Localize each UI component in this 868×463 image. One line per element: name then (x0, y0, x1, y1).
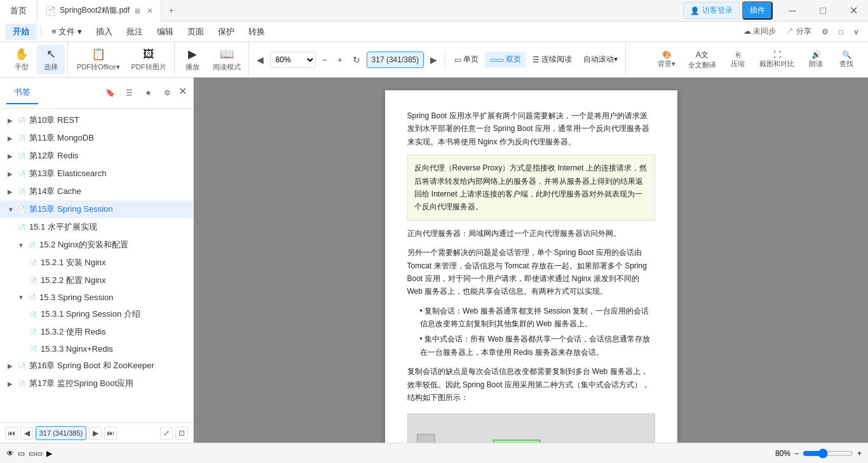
expand-icon: ▼ (8, 206, 15, 213)
menu-convert[interactable]: 转换 (242, 24, 271, 40)
next-page-button[interactable]: ▶ (426, 53, 441, 66)
convert-group: 📋 PDF转Office▾ 🖼 PDF转图片 (69, 42, 175, 77)
page-input-sm[interactable] (36, 426, 86, 440)
zoom-minus-button[interactable]: − (318, 53, 331, 66)
toc-item-ch15-2[interactable]: ▼ 📄 15.2 Nginx的安装和配置 (0, 236, 193, 254)
rotate-button[interactable]: ↻ (349, 53, 364, 66)
zoom-plus-button[interactable]: + (334, 53, 346, 66)
zoom-plus-status[interactable]: + (857, 449, 862, 458)
toc-item-ch16[interactable]: ▶ 📄 第16章 Spring Boot 和 ZooKeeper (0, 357, 193, 375)
menu-edit[interactable]: 编辑 (151, 24, 180, 40)
layout-icon[interactable]: □ (835, 25, 847, 39)
zoom-select[interactable]: 80% 100% 150% (271, 53, 315, 66)
first-page-button[interactable]: ⏮ (5, 427, 18, 439)
bookmark-list-icon[interactable]: ☰ (121, 85, 137, 100)
more-icon[interactable]: ∨ (850, 25, 863, 39)
prev-page-button[interactable]: ◀ (253, 53, 268, 66)
toc-item-ch11[interactable]: ▶ 📄 第11章 MongoDB (0, 129, 193, 147)
double-page-icon: ▭▭ (490, 55, 504, 64)
fit-width-button[interactable]: ⤢ (160, 427, 173, 439)
menu-annotate[interactable]: 批注 (120, 24, 149, 40)
tts-icon: 🔊 (811, 50, 821, 59)
bookmark-add-icon[interactable]: 🔖 (102, 85, 118, 100)
toc-item-ch13[interactable]: ▶ 📄 第13章 Elasticsearch (0, 165, 193, 183)
zoom-slider[interactable] (803, 448, 853, 459)
toc-item-ch15-2-2[interactable]: 📄 15.2.2 配置 Nginx (0, 272, 193, 289)
pdf-tab[interactable]: 📄 SpringBoot2精髓.pdf 🖥 ✕ (37, 0, 161, 22)
toc-item-ch17[interactable]: ▶ 📄 第17章 监控Spring Boot应用 (0, 375, 193, 392)
toc-item-ch15-3-3[interactable]: 📄 15.3.3 Nginx+Redis (0, 341, 193, 357)
next-page-sm-button[interactable]: ▶ (89, 427, 102, 439)
minimize-button[interactable]: ─ (778, 0, 807, 22)
start-button[interactable]: 开始 (5, 24, 37, 40)
title-bar-actions: 👤 访客登录 插件 (683, 1, 778, 20)
settings-icon[interactable]: ⚙ (818, 25, 832, 39)
toc-item-ch12[interactable]: ▶ 📄 第12章 Redis (0, 147, 193, 165)
page-icon: 📄 (18, 170, 27, 177)
menu-insert[interactable]: 插入 (90, 24, 119, 40)
zoom-minus-status[interactable]: − (794, 449, 799, 458)
toc-item-ch15-1[interactable]: 📄 15.1 水平扩展实现 (0, 218, 193, 236)
auto-scroll-button[interactable]: 自动滚动▾ (578, 52, 623, 67)
page-icon: 📄 (18, 117, 27, 124)
prev-page-sm-button[interactable]: ◀ (20, 427, 33, 439)
pdf-to-img-button[interactable]: 🖼 PDF转图片 (126, 45, 172, 74)
play-icon-status: ▶ (46, 449, 52, 458)
dual-view-icon: ▭▭ (29, 449, 43, 458)
search-button[interactable]: 🔍 查找 (832, 45, 860, 74)
menu-page[interactable]: 页面 (181, 24, 210, 40)
compress-icon: ⎗ (736, 50, 740, 59)
page-icon: 📄 (18, 188, 27, 195)
toc-item-ch10[interactable]: ▶ 📄 第10章 REST (0, 111, 193, 129)
menu-file[interactable]: ≡ 文件 ▾ (45, 24, 88, 40)
hand-tool-button[interactable]: ✋ 手型 (8, 45, 36, 74)
toc-item-ch14[interactable]: ▶ 📄 第14章 Cache (0, 183, 193, 200)
play-button[interactable]: ▶ 播放 (179, 45, 207, 74)
last-page-button[interactable]: ⏭ (104, 427, 117, 439)
page-icon: 📄 (28, 294, 37, 301)
visitor-icon: 👤 (690, 6, 700, 15)
plugin-button[interactable]: 插件 (742, 1, 773, 20)
cloud-sync-icon[interactable]: ☁ 未同步 (740, 24, 780, 39)
pdf-icon: 📄 (45, 6, 56, 16)
toc-item-ch15-2-1[interactable]: 📄 15.2.1 安装 Nginx (0, 254, 193, 272)
bookmarks-tab[interactable]: 书签 (6, 81, 38, 104)
double-page-button[interactable]: ▭▭ 双页 (485, 52, 526, 67)
toc-item-ch15-3[interactable]: ▼ 📄 15.3 Spring Session (0, 289, 193, 305)
page-number-input[interactable] (367, 52, 424, 68)
screenshot-compare-button[interactable]: ⛶ 截图和对比 (754, 45, 799, 74)
share-icon[interactable]: ↗ 分享 (782, 24, 815, 39)
expand-icon: ▶ (8, 135, 15, 142)
pdf-page-left: Spring Boot 应用水平扩展有两个问题需要解决，一个是将用户的请求派发到… (385, 90, 677, 443)
full-translate-button[interactable]: A文 全文翻译 (683, 45, 721, 74)
close-button[interactable]: ✕ (839, 0, 868, 22)
compress-button[interactable]: ⎗ 压缩 (724, 45, 752, 74)
sidebar-close-button[interactable]: ✕ (179, 85, 187, 100)
page-icon: 📄 (18, 363, 27, 370)
bookmark-settings-icon[interactable]: ⚙ (159, 85, 175, 100)
single-page-button[interactable]: ▭ 单页 (449, 52, 484, 67)
bookmark-star-icon[interactable]: ★ (140, 85, 156, 100)
fit-page-button[interactable]: ⊡ (175, 427, 188, 439)
expand-icon: ▼ (18, 294, 25, 301)
home-tab[interactable]: 首页 (0, 0, 37, 22)
pdf-to-office-button[interactable]: 📋 PDF转Office▾ (72, 45, 125, 74)
background-button[interactable]: 🎨 背景▾ (653, 45, 681, 74)
background-icon: 🎨 (662, 50, 672, 59)
continuous-read-button[interactable]: ☰ 连续阅读 (527, 52, 577, 67)
read-mode-button[interactable]: 📖 阅读模式 (208, 45, 246, 74)
visitor-login-button[interactable]: 👤 访客登录 (683, 2, 740, 19)
tab-close-icon[interactable]: ✕ (147, 6, 153, 15)
page-icon: 📄 (18, 153, 27, 160)
pdf-text-4: 另外一个需要解决的问题是会话管理，单个 Spring Boot 应用的会话由 T… (407, 246, 655, 298)
toc-item-ch15-3-1[interactable]: 📄 15.3.1 Spring Session 介绍 (0, 305, 193, 323)
zoom-control[interactable]: 80% 100% 150% (270, 52, 316, 68)
tts-button[interactable]: 🔊 朗读 (802, 45, 830, 74)
maximize-button[interactable]: □ (808, 0, 837, 22)
toc-item-ch15[interactable]: ▼ 📄 第15章 Spring Session (0, 200, 193, 218)
hand-icon: ✋ (15, 47, 29, 61)
new-tab-button[interactable]: + (161, 0, 181, 22)
select-tool-button[interactable]: ↖ 选择 (37, 45, 65, 74)
menu-protect[interactable]: 保护 (212, 24, 241, 40)
toc-item-ch15-3-2[interactable]: 📄 15.3.2 使用 Redis (0, 323, 193, 341)
